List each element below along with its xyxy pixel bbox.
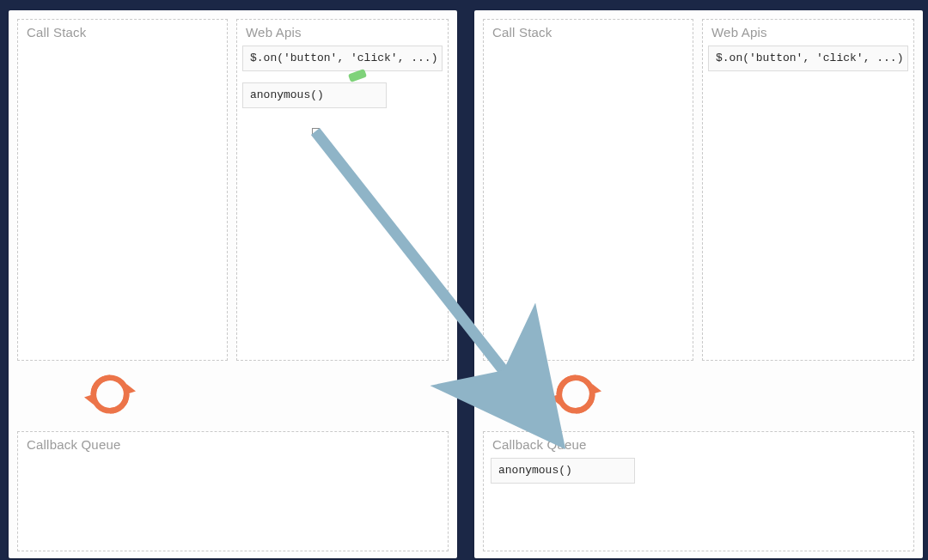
wechat-icon [820, 527, 839, 546]
svg-marker-1 [84, 394, 94, 405]
event-loop-icon [84, 368, 136, 420]
callback-queue-title: Callback Queue [27, 437, 121, 452]
callback-queue-item: anonymous() [491, 458, 635, 484]
watermark-text: 杭州前端 [844, 526, 913, 548]
web-api-item: anonymous() [242, 82, 387, 108]
event-loop-icon [550, 368, 601, 420]
web-apis-box: Web Apis $.on('button', 'click', ...) [702, 19, 914, 361]
drag-handle-icon [527, 403, 534, 411]
web-apis-box: Web Apis $.on('button', 'click', ...) an… [236, 19, 449, 361]
watermark: 杭州前端 [820, 526, 913, 548]
call-stack-title: Call Stack [492, 25, 553, 40]
web-api-item: $.on('button', 'click', ...) [242, 46, 443, 71]
web-api-item: $.on('button', 'click', ...) [708, 46, 908, 71]
web-apis-title: Web Apis [711, 25, 767, 40]
call-stack-box: Call Stack [17, 19, 228, 361]
diagram-panel-left: Call Stack Web Apis $.on('button', 'clic… [9, 10, 457, 558]
call-stack-title: Call Stack [27, 25, 87, 40]
svg-marker-3 [550, 394, 559, 405]
drag-handle-icon [312, 128, 320, 136]
callback-queue-title: Callback Queue [492, 437, 587, 452]
web-apis-title: Web Apis [246, 25, 302, 40]
call-stack-box: Call Stack [483, 19, 693, 361]
callback-queue-box: Callback Queue [17, 431, 449, 551]
diagram-panel-right: Call Stack Web Apis $.on('button', 'clic… [474, 10, 923, 558]
